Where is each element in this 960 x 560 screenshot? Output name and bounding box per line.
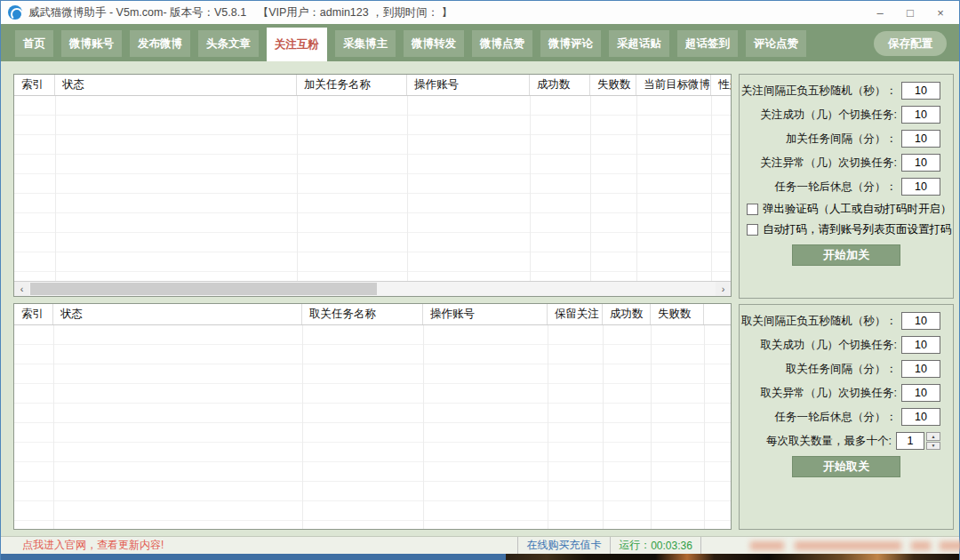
app-window: 威武猫微博助手 - V5m.com- 版本号：V5.8.1 【VIP用户：adm… [0,0,960,560]
desktop-edge-left [1,554,506,560]
column-header-成功数[interactable]: 成功数 [530,75,590,96]
column-divider [302,325,303,529]
tab-微博转发[interactable]: 微博转发 [404,30,464,57]
redacted-watermark [750,541,784,550]
tab-采超话贴[interactable]: 采超话贴 [609,30,669,57]
column-divider [548,325,548,529]
column-header-操作账号[interactable]: 操作账号 [407,75,530,96]
unfollow-table-body[interactable] [14,325,731,529]
tab-超话签到[interactable]: 超话签到 [677,30,738,57]
unfollow-success-switch-label: 取关成功（几）个切换任务: [761,338,897,353]
column-header-索引[interactable]: 索引 [14,304,53,325]
column-divider [651,325,652,529]
column-header-加关任务名称[interactable]: 加关任务名称 [297,75,407,96]
unfollow-count-stepper: ▲▼ [926,432,940,450]
follow-interval-random-label: 关注间隔正负五秒随机（秒）： [741,84,897,99]
official-site-link[interactable]: 点我进入官网，查看更新内容! [22,538,164,553]
follow-error-switch-label: 关注异常（几）次切换任务: [761,156,897,171]
buy-recharge-card-link[interactable]: 在线购买充值卡 [527,538,602,553]
follow-round-rest-row: 任务一轮后休息（分）： [740,178,953,196]
follow-table-hscrollbar[interactable]: ‹ › [14,281,731,296]
popup-captcha-label: 弹出验证码（人工或自动打码时开启） [763,202,952,217]
follow-round-rest-input[interactable] [901,178,940,196]
column-header-失败数[interactable]: 失败数 [590,75,636,96]
follow-interval-random-row: 关注间隔正负五秒随机（秒）： [740,82,953,100]
unfollow-settings-panel: 取关间隔正负五秒随机（秒）：取关成功（几）个切换任务:取关任务间隔（分）：取关异… [739,304,954,530]
column-header-取关任务名称[interactable]: 取关任务名称 [302,304,423,325]
save-config-button[interactable]: 保存配置 [874,31,947,56]
column-divider [636,96,637,281]
column-header-性别[interactable]: 性别 [711,75,731,96]
scroll-right-icon[interactable]: › [716,282,731,296]
window-title: 威武猫微博助手 - V5m.com- 版本号：V5.8.1 【VIP用户：adm… [28,5,452,20]
tab-bar-tabs: 首页微博账号发布微博头条文章关注互粉采集博主微博转发微博点赞微博评论采超话贴超话… [15,24,806,61]
start-follow-button[interactable]: 开始加关 [792,244,900,266]
unfollow-interval-random-input[interactable] [901,312,940,330]
follow-settings-panel: 关注间隔正负五秒随机（秒）：关注成功（几）个切换任务:加关任务间隔（分）：关注异… [739,74,954,299]
column-header-状态[interactable]: 状态 [53,304,302,325]
close-button[interactable]: × [925,1,956,24]
column-header-保留关注[interactable]: 保留关注 [548,304,603,325]
follow-success-switch-label: 关注成功（几）个切换任务: [761,108,897,123]
redacted-watermark [911,541,931,550]
column-divider [711,96,712,281]
status-bar: 点我进入官网，查看更新内容! 在线购买充值卡 运行： 00:03:36 [1,536,959,554]
tab-采集博主[interactable]: 采集博主 [335,30,396,57]
unfollow-table-header: 索引状态取关任务名称操作账号保留关注成功数失败数 [14,304,731,325]
column-divider [423,325,424,529]
follow-task-table: 索引状态加关任务名称操作账号成功数失败数当前目标微博性别 ‹ › [13,74,732,297]
tab-关注互粉[interactable]: 关注互粉 [267,28,327,61]
follow-success-switch-row: 关注成功（几）个切换任务: [740,106,953,124]
follow-task-interval-row: 加关任务间隔（分）： [740,130,953,148]
app-logo-icon [8,5,22,20]
unfollow-error-switch-input[interactable] [901,384,940,402]
column-header-索引[interactable]: 索引 [14,75,55,96]
column-divider [407,96,408,281]
follow-interval-random-input[interactable] [901,82,940,100]
status-watermark-section [701,537,959,554]
popup-captcha-checkbox[interactable] [747,204,758,215]
follow-table-header: 索引状态加关任务名称操作账号成功数失败数当前目标微博性别 [14,75,731,96]
tab-首页[interactable]: 首页 [15,30,53,57]
unfollow-count-label: 每次取关数量，最多十个: [766,434,892,449]
column-header-blank[interactable] [704,304,731,325]
unfollow-success-switch-input[interactable] [901,336,940,354]
column-header-失败数[interactable]: 失败数 [651,304,704,325]
column-divider [297,96,298,281]
auto-captcha-label: 自动打码，请到账号列表页面设置打码 [763,222,952,237]
column-header-操作账号[interactable]: 操作账号 [423,304,548,325]
column-header-成功数[interactable]: 成功数 [603,304,651,325]
unfollow-round-rest-input[interactable] [901,408,940,426]
follow-table-body[interactable] [14,96,731,281]
tab-评论点赞[interactable]: 评论点赞 [746,30,806,57]
spinner-down-icon[interactable]: ▼ [926,442,940,451]
auto-captcha-checkbox[interactable] [747,224,758,236]
unfollow-task-interval-input[interactable] [901,360,940,378]
tab-微博点赞[interactable]: 微博点赞 [472,30,532,57]
unfollow-count-input[interactable] [896,432,924,450]
tab-头条文章[interactable]: 头条文章 [198,30,259,57]
minimize-button[interactable]: – [865,1,895,24]
column-header-状态[interactable]: 状态 [55,75,297,96]
tab-发布微博[interactable]: 发布微博 [130,30,190,57]
redacted-watermark [795,541,901,550]
unfollow-interval-random-row: 取关间隔正负五秒随机（秒）： [740,312,953,330]
run-label: 运行： [619,538,651,553]
follow-task-interval-label: 加关任务间隔（分）： [786,132,897,147]
tab-微博评论[interactable]: 微博评论 [540,30,601,57]
unfollow-round-rest-label: 任务一轮后休息（分）： [775,410,898,425]
start-unfollow-button[interactable]: 开始取关 [792,456,900,477]
follow-task-interval-input[interactable] [901,130,940,148]
spinner-up-icon[interactable]: ▲ [926,432,940,441]
status-runtime-section: 运行： 00:03:36 [611,537,701,554]
run-time: 00:03:36 [651,540,692,552]
scroll-left-icon[interactable]: ‹ [14,282,29,296]
follow-error-switch-input[interactable] [901,154,940,172]
scrollbar-thumb[interactable] [30,283,377,295]
popup-captcha-row: 弹出验证码（人工或自动打码时开启） [747,202,953,216]
maximize-button[interactable]: □ [895,1,925,24]
tab-微博账号[interactable]: 微博账号 [61,30,122,57]
column-header-当前目标微博[interactable]: 当前目标微博 [636,75,711,96]
follow-success-switch-input[interactable] [901,106,940,124]
unfollow-interval-random-label: 取关间隔正负五秒随机（秒）： [741,314,897,329]
